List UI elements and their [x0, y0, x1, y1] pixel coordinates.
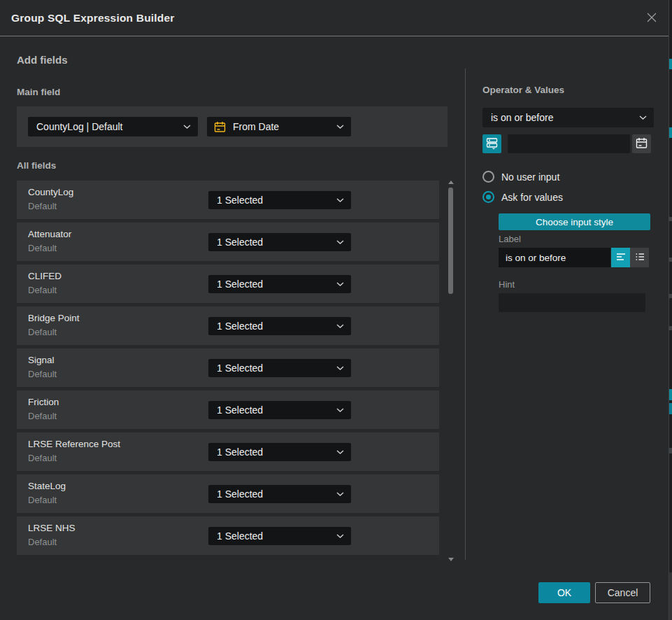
calendar-icon — [636, 137, 648, 151]
operator-select[interactable]: is on or before — [482, 108, 654, 127]
add-fields-heading: Add fields — [17, 54, 68, 66]
field-name: Friction — [28, 397, 59, 407]
field-sublabel: Default — [28, 453, 57, 463]
choose-input-style-button[interactable]: Choose input style — [499, 213, 650, 230]
field-sublabel: Default — [28, 285, 57, 295]
field-values-select-value: 1 Selected — [208, 488, 336, 500]
chevron-down-icon — [336, 324, 351, 328]
radio-label: No user input — [501, 171, 559, 183]
single-line-style-button[interactable] — [611, 248, 630, 267]
background-app-sliver — [669, 0, 672, 620]
radio-circle-icon — [482, 191, 494, 203]
calendar-icon — [207, 121, 226, 133]
field-row: Friction Default 1 Selected — [17, 390, 439, 429]
scrollbar-thumb[interactable] — [448, 188, 453, 294]
field-values-select-value: 1 Selected — [208, 446, 336, 458]
chevron-down-icon — [183, 125, 198, 129]
field-values-select[interactable]: 1 Selected — [208, 485, 351, 503]
value-input[interactable] — [508, 134, 630, 153]
field-values-select[interactable]: 1 Selected — [208, 233, 351, 251]
operator-select-value: is on or before — [482, 112, 639, 123]
list-style-button[interactable] — [630, 248, 649, 267]
main-date-field-select[interactable]: From Date — [207, 117, 351, 136]
field-name: Attenuator — [28, 229, 71, 239]
list-icon — [634, 251, 645, 265]
hint-caption: Hint — [499, 279, 515, 290]
field-values-select[interactable]: 1 Selected — [208, 527, 351, 545]
field-values-select[interactable]: 1 Selected — [208, 359, 351, 377]
chevron-down-icon — [336, 198, 351, 202]
field-values-select[interactable]: 1 Selected — [208, 443, 351, 461]
chevron-down-icon — [336, 366, 351, 370]
chevron-down-icon — [336, 450, 351, 454]
list-scrollbar[interactable] — [448, 179, 455, 563]
field-row: CLIFED Default 1 Selected — [17, 265, 439, 303]
date-picker-button[interactable] — [632, 134, 651, 153]
chevron-down-icon — [336, 240, 351, 244]
dialog-title: Group SQL Expression Builder — [11, 0, 175, 36]
radio-ask-for-values[interactable]: Ask for values — [482, 191, 563, 203]
screen: Group SQL Expression Builder Add fields … — [0, 0, 672, 620]
close-icon — [645, 16, 659, 27]
field-values-select-value: 1 Selected — [208, 362, 336, 374]
field-sublabel: Default — [28, 327, 57, 337]
main-field-panel: CountyLog | Default From Date — [17, 106, 448, 147]
field-sublabel: Default — [28, 201, 57, 211]
hint-input[interactable] — [499, 293, 645, 312]
field-row: StateLog Default 1 Selected — [17, 474, 439, 513]
dialog-header: Group SQL Expression Builder — [0, 0, 669, 36]
main-field-label: Main field — [17, 87, 60, 97]
field-values-select[interactable]: 1 Selected — [208, 275, 351, 293]
main-layer-select-value: CountyLog | Default — [28, 121, 183, 132]
field-row: CountyLog Default 1 Selected — [17, 181, 439, 219]
chevron-down-icon — [336, 492, 351, 496]
field-name: Signal — [28, 355, 55, 365]
field-values-select-value: 1 Selected — [208, 237, 336, 248]
group-sql-expression-builder-dialog: Group SQL Expression Builder Add fields … — [0, 0, 669, 620]
field-values-select[interactable]: 1 Selected — [208, 317, 351, 335]
field-values-select-value: 1 Selected — [208, 320, 336, 332]
field-values-select-value: 1 Selected — [208, 195, 336, 206]
scroll-down-icon[interactable] — [448, 558, 454, 561]
main-layer-select[interactable]: CountyLog | Default — [28, 117, 198, 136]
field-row: Signal Default 1 Selected — [17, 348, 439, 387]
label-caption: Label — [499, 234, 521, 244]
radio-no-user-input[interactable]: No user input — [482, 171, 559, 183]
field-sublabel: Default — [28, 495, 57, 505]
cancel-button[interactable]: Cancel — [595, 582, 650, 603]
close-button[interactable] — [644, 10, 659, 26]
radio-circle-icon — [482, 171, 494, 183]
field-row: LRSE Reference Post Default 1 Selected — [17, 432, 439, 471]
field-name: LRSE Reference Post — [28, 439, 120, 449]
field-row: LRSE NHS Default 1 Selected — [17, 516, 439, 555]
field-name: LRSE NHS — [28, 523, 76, 533]
all-fields-list: CountyLog Default 1 Selected Attenuator … — [17, 181, 439, 558]
field-name: CLIFED — [28, 271, 62, 281]
panel-divider — [465, 69, 466, 560]
label-input[interactable] — [499, 248, 610, 267]
field-values-select[interactable]: 1 Selected — [208, 191, 351, 209]
all-fields-label: All fields — [17, 160, 56, 171]
align-left-icon — [615, 251, 627, 265]
chevron-down-icon — [336, 408, 351, 412]
field-name: Bridge Point — [28, 313, 80, 323]
field-name: CountyLog — [28, 187, 73, 197]
main-date-field-value: From Date — [226, 121, 336, 132]
unique-values-icon — [486, 137, 498, 151]
chevron-down-icon — [336, 125, 351, 129]
field-values-select-value: 1 Selected — [208, 404, 336, 416]
chevron-down-icon — [336, 534, 351, 538]
scroll-up-icon[interactable] — [448, 181, 454, 184]
unique-values-button[interactable] — [482, 134, 501, 153]
ok-button[interactable]: OK — [538, 582, 590, 603]
field-row: Attenuator Default 1 Selected — [17, 223, 439, 261]
chevron-down-icon — [336, 282, 351, 286]
field-sublabel: Default — [28, 243, 57, 253]
field-values-select[interactable]: 1 Selected — [208, 401, 351, 419]
field-sublabel: Default — [28, 537, 57, 547]
operator-values-heading: Operator & Values — [482, 85, 564, 95]
field-sublabel: Default — [28, 369, 57, 379]
field-name: StateLog — [28, 481, 66, 491]
field-row: Bridge Point Default 1 Selected — [17, 307, 439, 345]
chevron-down-icon — [639, 115, 654, 120]
